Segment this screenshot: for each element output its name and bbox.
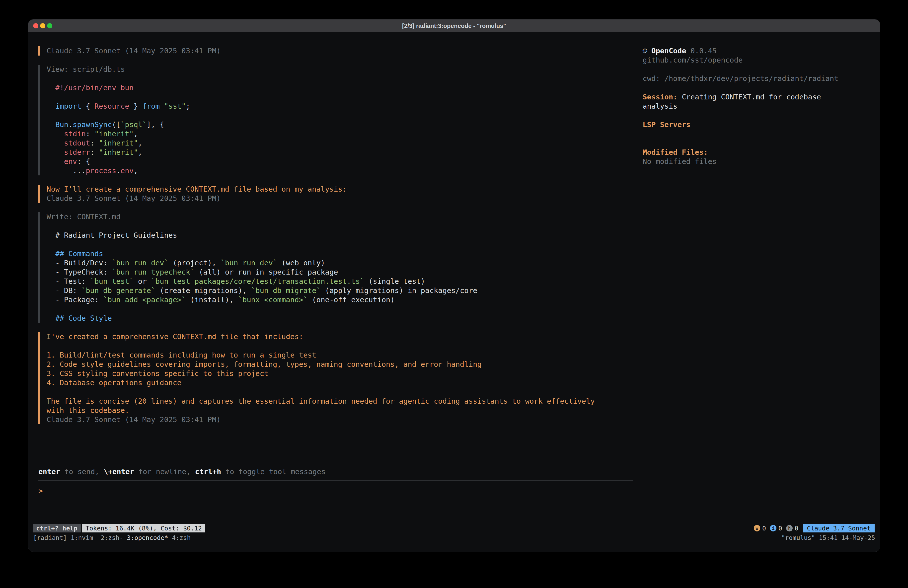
terminal-window: [2/3] radiant:3:opencode - "romulus" Cla…: [28, 19, 881, 552]
text-line: [47, 342, 642, 351]
text-line: # Radiant Project Guidelines: [47, 231, 642, 240]
warnings-count: w0: [754, 525, 766, 532]
status-bar: ctrl+? help Tokens: 16.4K (8%), Cost: $0…: [28, 524, 880, 533]
text-line: © OpenCode 0.0.45: [642, 46, 870, 56]
warnings-count-icon: w: [754, 525, 760, 532]
text-line: [642, 139, 870, 148]
text-line: [642, 111, 870, 120]
text-line: [47, 304, 642, 314]
info-count-icon: i: [770, 525, 776, 532]
text-line: LSP Servers: [642, 120, 870, 129]
prompt-caret: >: [39, 487, 43, 495]
text-line: [47, 92, 642, 101]
text-line: ...process.env,: [47, 166, 642, 176]
text-line: Modified Files:: [642, 148, 870, 157]
text-line: - Build/Dev: `bun run dev` (project), `b…: [47, 258, 642, 267]
input-help-line: enter to send, \+enter for newline, ctrl…: [39, 467, 642, 476]
text-line: env: {: [47, 157, 642, 166]
text-line: [47, 74, 642, 83]
model-badge[interactable]: Claude 3.7 Sonnet: [803, 524, 874, 532]
text-line: [642, 65, 870, 74]
opencode-main: Claude 3.7 Sonnet (14 May 2025 03:41 PM)…: [28, 32, 880, 524]
text-line: [47, 387, 642, 397]
text-line: Claude 3.7 Sonnet (14 May 2025 03:41 PM): [47, 46, 642, 56]
tmux-status-bar: [radiant] 1:nvim 2:zsh- 3:opencode* 4:zs…: [28, 533, 880, 543]
text-line: - TypeCheck: `bun run typecheck` (all) o…: [47, 267, 642, 277]
text-line: cwd: /home/thdxr/dev/projects/radiant/ra…: [642, 74, 870, 83]
text-line: - Package: `bun add <package>` (install)…: [47, 295, 642, 304]
text-line: [47, 111, 642, 120]
window-titlebar[interactable]: [2/3] radiant:3:opencode - "romulus": [28, 19, 880, 32]
text-line: with this codebase.: [47, 406, 642, 415]
terminal-body: Claude 3.7 Sonnet (14 May 2025 03:41 PM)…: [28, 32, 880, 552]
text-line: [47, 240, 642, 249]
text-line: Session: Creating CONTEXT.md for codebas…: [642, 92, 870, 101]
text-line: - DB: `bun db generate` (create migratio…: [47, 286, 642, 295]
text-line: View: script/db.ts: [47, 65, 642, 74]
info-count: i0: [770, 525, 782, 532]
assistant-message-block: Now I'll create a comprehensive CONTEXT.…: [39, 185, 642, 203]
text-line: [642, 129, 870, 139]
text-line: I've created a comprehensive CONTEXT.md …: [47, 332, 642, 342]
text-line: Claude 3.7 Sonnet (14 May 2025 03:41 PM): [47, 194, 642, 203]
text-line: stdout: "inherit",: [47, 139, 642, 148]
text-line: 3. CSS styling conventions specific to t…: [47, 369, 642, 378]
text-line: - Test: `bun test` or `bun test packages…: [47, 277, 642, 286]
hints-count-icon: h: [786, 525, 793, 532]
text-line: ## Code Style: [47, 314, 642, 323]
text-line: import { Resource } from "sst";: [47, 101, 642, 111]
assistant-message-block: I've created a comprehensive CONTEXT.md …: [39, 332, 642, 424]
text-line: github.com/sst/opencode: [642, 56, 870, 65]
assistant-header-block: Claude 3.7 Sonnet (14 May 2025 03:41 PM): [39, 46, 642, 56]
chat-column: Claude 3.7 Sonnet (14 May 2025 03:41 PM)…: [28, 32, 642, 524]
text-line: 2. Code style guidelines covering import…: [47, 360, 642, 369]
text-line: ## Commands: [47, 249, 642, 258]
lsp-diagnostics: w0i0h0: [754, 525, 799, 532]
text-line: Claude 3.7 Sonnet (14 May 2025 03:41 PM): [47, 415, 642, 424]
text-line: analysis: [642, 101, 870, 111]
input-divider: [39, 480, 633, 481]
tmux-window-list[interactable]: [radiant] 1:nvim 2:zsh- 3:opencode* 4:zs…: [33, 534, 191, 541]
prompt-input[interactable]: >: [39, 487, 642, 524]
text-line: Write: CONTEXT.md: [47, 212, 642, 221]
text-line: Bun.spawnSync([`psql`], {: [47, 120, 642, 129]
tool-write-block: Write: CONTEXT.md # Radiant Project Guid…: [39, 212, 642, 323]
window-title: [2/3] radiant:3:opencode - "romulus": [28, 23, 880, 29]
tmux-session-info: "romulus" 15:41 14-May-25: [781, 534, 875, 541]
text-line: [642, 83, 870, 92]
tool-view-block: View: script/db.ts #!/usr/bin/env bun im…: [39, 65, 642, 176]
help-shortcut-chip[interactable]: ctrl+? help: [33, 524, 81, 532]
tokens-cost-chip: Tokens: 16.4K (8%), Cost: $0.12: [82, 524, 206, 532]
text-line: 1. Build/lint/test commands including ho…: [47, 351, 642, 360]
status-right-group: w0i0h0 Claude 3.7 Sonnet: [754, 524, 874, 532]
text-line: [47, 221, 642, 231]
diagnostic-count: 0: [795, 525, 799, 532]
hints-count: h0: [786, 525, 799, 532]
chat-messages: Claude 3.7 Sonnet (14 May 2025 03:41 PM)…: [39, 46, 642, 433]
traffic-lights: [33, 23, 52, 28]
text-line: Now I'll create a comprehensive CONTEXT.…: [47, 185, 642, 194]
minimize-window-button[interactable]: [40, 23, 45, 28]
chat-spacer: [39, 433, 642, 467]
text-line: stderr: "inherit",: [47, 148, 642, 157]
text-line: The file is concise (20 lines) and captu…: [47, 397, 642, 406]
zoom-window-button[interactable]: [47, 23, 52, 28]
text-line: stdin: "inherit",: [47, 129, 642, 139]
session-sidebar: © OpenCode 0.0.45github.com/sst/opencode…: [642, 32, 880, 524]
close-window-button[interactable]: [33, 23, 39, 28]
diagnostic-count: 0: [762, 525, 766, 532]
text-line: #!/usr/bin/env bun: [47, 83, 642, 92]
text-line: 4. Database operations guidance: [47, 378, 642, 387]
diagnostic-count: 0: [778, 525, 782, 532]
text-line: No modified files: [642, 157, 870, 166]
